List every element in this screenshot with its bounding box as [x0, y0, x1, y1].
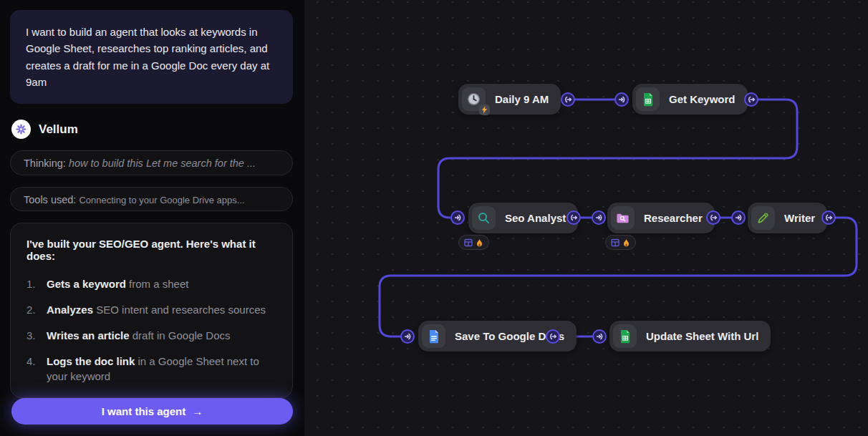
user-prompt-text: I want to build an agent that looks at k… [26, 26, 269, 88]
port-in-seoanalyst[interactable] [450, 210, 465, 225]
port-out-getkeyword[interactable] [744, 92, 758, 107]
node-get-keyword[interactable]: Get Keyword [632, 84, 748, 115]
agent-step-2: 2. Analyzes SEO intent and researches so… [26, 302, 276, 318]
port-in-updatesheet[interactable] [592, 329, 607, 344]
thinking-status-pill[interactable]: Thinking: how to build this Let me searc… [10, 150, 293, 175]
table-icon [611, 238, 619, 247]
agent-summary-card: I've built your SEO/GEO agent. Here's wh… [10, 223, 293, 398]
agent-step-3: 3. Writes an article draft in Google Doc… [26, 328, 276, 344]
node-label: Researcher [644, 212, 703, 224]
search-icon [472, 206, 496, 230]
port-out-seoanalyst[interactable] [566, 210, 581, 225]
node-label: Update Sheet With Url [646, 330, 758, 342]
node-seo-analyst[interactable]: Seo Analyst [468, 203, 578, 233]
thinking-label: Thinking: [24, 158, 66, 169]
brand-row: Vellum [11, 120, 293, 139]
node-daily-9am[interactable]: Daily 9 AM [458, 84, 561, 115]
agent-step-1: 1. Gets a keyword from a sheet [26, 276, 276, 292]
google-sheets-icon [636, 87, 660, 111]
researcher-tools-badge[interactable] [605, 235, 636, 250]
pencil-icon [751, 206, 775, 230]
step-text: Writes an article draft in Google Docs [47, 328, 231, 344]
port-in-researcher[interactable] [592, 210, 606, 225]
node-label: Get Keyword [669, 93, 736, 105]
user-prompt-bubble: I want to build an agent that looks at k… [10, 10, 293, 104]
port-out-daily[interactable] [561, 92, 575, 107]
i-want-this-agent-button[interactable]: I want this agent → [11, 398, 293, 425]
agent-summary-heading: I've built your SEO/GEO agent. Here's wh… [26, 238, 276, 262]
port-out-savedocs[interactable] [546, 329, 560, 344]
arrow-right-icon: → [192, 405, 203, 417]
clock-trigger-icon [462, 87, 486, 111]
chat-sidebar: I want to build an agent that looks at k… [0, 0, 304, 436]
node-writer[interactable]: Writer [748, 203, 827, 233]
flame-icon [476, 238, 483, 247]
node-update-sheet-with-url[interactable]: Update Sheet With Url [609, 321, 771, 352]
step-text: Logs the doc link in a Google Sheet next… [47, 354, 276, 385]
port-out-writer[interactable] [821, 210, 836, 225]
port-in-getkeyword[interactable] [614, 92, 629, 107]
tools-used-pill[interactable]: Tools used: Connecting to your Google Dr… [10, 187, 293, 212]
step-text: Gets a keyword from a sheet [47, 276, 188, 292]
flame-icon [622, 238, 630, 247]
vellum-logo-icon [11, 120, 31, 139]
step-number: 3. [26, 328, 47, 344]
step-text: Analyzes SEO intent and researches sourc… [47, 302, 266, 318]
node-label: Writer [784, 212, 815, 224]
step-number: 2. [26, 302, 47, 318]
step-number: 1. [26, 276, 47, 292]
table-icon [464, 238, 473, 247]
edge-getkeyword-to-seoanalyst [438, 100, 797, 218]
port-in-savedocs[interactable] [400, 329, 415, 344]
node-label: Daily 9 AM [495, 93, 549, 105]
google-docs-icon [422, 324, 445, 348]
workflow-canvas[interactable]: Daily 9 AM Get Keyword Seo Analyst [304, 0, 868, 436]
step-number: 4. [26, 354, 47, 385]
port-in-writer[interactable] [731, 210, 746, 225]
agent-step-4: 4. Logs the doc link in a Google Sheet n… [26, 354, 276, 385]
tools-used-text: Connecting to your Google Drive apps... [79, 195, 244, 205]
port-out-researcher[interactable] [706, 210, 720, 225]
node-researcher[interactable]: Researcher [607, 203, 715, 233]
tools-used-label: Tools used: [24, 194, 76, 205]
thinking-text: how to build this Let me search for the … [69, 158, 256, 169]
brand-name: Vellum [39, 122, 78, 137]
lightning-bolt-icon [479, 105, 490, 115]
google-sheets-icon [613, 324, 637, 348]
cta-label: I want this agent [102, 405, 186, 417]
folder-search-icon [611, 206, 635, 230]
node-label: Seo Analyst [505, 212, 566, 224]
agent-builder-app: I want to build an agent that looks at k… [0, 0, 868, 436]
seo-analyst-tools-badge[interactable] [458, 235, 489, 250]
